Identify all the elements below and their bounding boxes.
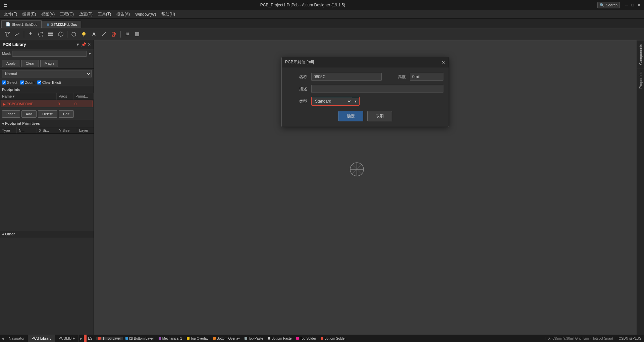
dialog-cancel-btn[interactable]: 取消 xyxy=(367,111,392,121)
clear-existing-checkbox[interactable] xyxy=(37,80,41,84)
nav-next-btn[interactable]: ▶ xyxy=(78,335,84,342)
line-icon xyxy=(101,32,107,37)
primitives-content xyxy=(0,134,94,231)
mask-input[interactable] xyxy=(12,51,87,57)
panel-close-btn[interactable]: ✕ xyxy=(88,42,91,47)
prim-col-xsize: X-Si... xyxy=(37,127,57,133)
layer-bottom-overlay[interactable]: Bottom Overlay xyxy=(211,337,242,340)
circle-toolbar-btn[interactable] xyxy=(69,30,78,39)
bar-toolbar-btn[interactable] xyxy=(46,30,55,39)
edit-component-button[interactable]: Edit xyxy=(59,110,74,118)
apply-button[interactable]: Apply xyxy=(2,60,20,67)
layer-top-overlay[interactable]: Top Overlay xyxy=(185,337,210,340)
col-pads-header: Pads xyxy=(57,93,73,100)
menu-file[interactable]: 文件(F) xyxy=(1,11,20,18)
clear-existing-checkbox-label[interactable]: Clear Existi xyxy=(37,80,61,84)
dialog-height-input[interactable] xyxy=(410,73,443,81)
maximize-btn[interactable]: □ xyxy=(630,2,635,8)
dialog-desc-row: 描述 xyxy=(287,85,443,93)
normal-dropdown[interactable]: Normal xyxy=(2,70,92,77)
menu-view[interactable]: 视图(V) xyxy=(39,11,57,18)
layer-toppaste-label: Top Paste xyxy=(248,337,263,340)
menu-place[interactable]: 放置(P) xyxy=(76,11,95,18)
dialog-btn-row: 确定 取消 xyxy=(287,111,443,121)
menu-window[interactable]: Window(W) xyxy=(132,11,159,17)
add-component-button[interactable]: Add xyxy=(21,110,37,118)
nav-prev-btn[interactable]: ◀ xyxy=(0,335,5,342)
pin-toolbar-btn[interactable] xyxy=(79,30,89,39)
dialog-desc-label: 描述 xyxy=(287,86,307,92)
panel-float-btn[interactable]: ▼ xyxy=(76,42,80,47)
num-toolbar-btn[interactable]: 10 xyxy=(122,30,132,39)
layer-top[interactable]: [1] Top Layer xyxy=(96,337,123,340)
layer-bottom[interactable]: [2] Bottom Layer xyxy=(123,337,156,340)
zoom-checkbox[interactable] xyxy=(20,80,24,84)
zoom-label: Zoom xyxy=(25,80,35,84)
menu-edit[interactable]: 编辑(E) xyxy=(20,11,39,18)
menu-help[interactable]: 帮助(H) xyxy=(159,11,178,18)
zoom-checkbox-label[interactable]: Zoom xyxy=(20,80,35,84)
3d-toolbar-btn[interactable] xyxy=(56,30,65,39)
add-toolbar-btn[interactable]: + xyxy=(26,30,35,39)
dialog-type-select-wrapper: Standard Mechanical Graphical ▼ xyxy=(311,97,360,106)
minimize-btn[interactable]: ─ xyxy=(624,2,629,8)
layer-top-solder[interactable]: Top Solder xyxy=(294,337,318,340)
nav-tab-navigator[interactable]: Navigator xyxy=(5,335,28,342)
search-box[interactable]: 🔍 Search xyxy=(597,2,620,8)
menu-report[interactable]: 报告(A) xyxy=(114,11,132,18)
nav-tab-pcblibrary[interactable]: PCB Library xyxy=(28,335,55,342)
pcb-tab-icon: 🖥 xyxy=(46,22,50,26)
layer-mechanical[interactable]: Mechanical 1 xyxy=(157,337,184,340)
layer-bottom-solder[interactable]: Bottom Solder xyxy=(319,337,347,340)
route-toolbar-btn[interactable] xyxy=(13,30,22,39)
rect-icon xyxy=(38,32,43,37)
footprints-section-header: Footprints xyxy=(0,86,94,93)
place-button[interactable]: Place xyxy=(2,110,20,118)
nav-tab-pcblib-f[interactable]: PCBLIB F xyxy=(55,335,78,342)
main-area: PCB Library ▼ 📌 ✕ Mask ▼ Apply Clear Mag… xyxy=(0,40,644,335)
sq-toolbar-btn[interactable] xyxy=(132,30,142,39)
table-row[interactable]: ▶ PCBCOMPONE... 0 0 xyxy=(1,101,93,107)
nav-tabs: ◀ Navigator PCB Library PCBLIB F ▶ xyxy=(0,335,84,342)
panel-pin-btn[interactable]: 📌 xyxy=(81,42,86,47)
footprints-table-header: Name ▾ Pads Primit... xyxy=(0,93,94,100)
dialog-desc-input[interactable] xyxy=(311,85,443,93)
filter-toolbar-btn[interactable] xyxy=(3,30,12,39)
left-panel: PCB Library ▼ 📌 ✕ Mask ▼ Apply Clear Mag… xyxy=(0,40,94,335)
layer-bottom-paste[interactable]: Bottom Paste xyxy=(266,337,293,340)
dialog-confirm-btn[interactable]: 确定 xyxy=(338,111,363,121)
menu-tools[interactable]: 工具(T) xyxy=(95,11,114,18)
dialog-titlebar: PCB库封装 [mil] ✕ xyxy=(282,57,449,67)
circle-icon xyxy=(71,32,76,37)
checkbox-row: Select Zoom Clear Existi xyxy=(0,79,94,86)
magn-button[interactable]: Magn xyxy=(40,60,58,67)
menu-project[interactable]: 工程(C) xyxy=(57,11,76,18)
dialog-close-btn[interactable]: ✕ xyxy=(441,60,445,65)
titlebar: 🖥 PCB_Project1.PrjPcb - Altium Designer … xyxy=(0,0,644,10)
toolbar-sep-1 xyxy=(24,31,24,38)
select-checkbox[interactable] xyxy=(2,80,6,84)
layer-top-paste[interactable]: Top Paste xyxy=(243,337,265,340)
canvas-area[interactable]: PCB库封装 [mil] ✕ 名称 高度 描述 类型 xyxy=(94,40,637,335)
row-icon: ▶ xyxy=(3,102,6,106)
rect-toolbar-btn[interactable] xyxy=(36,30,45,39)
properties-side-tab[interactable]: Properties xyxy=(637,68,644,92)
tab-schematic[interactable]: 📄 Sheet1.SchDoc xyxy=(1,20,42,28)
edit-toolbar-btn[interactable] xyxy=(109,30,119,39)
tab-pcb[interactable]: 🖥 STM32.PcbDoc xyxy=(42,21,81,28)
dialog-name-input[interactable] xyxy=(311,73,382,81)
close-btn[interactable]: ✕ xyxy=(636,2,641,8)
delete-button[interactable]: Delete xyxy=(38,110,57,118)
route-icon xyxy=(15,32,20,37)
svg-rect-4 xyxy=(48,35,53,36)
line-toolbar-btn[interactable] xyxy=(99,30,109,39)
clear-button[interactable]: Clear xyxy=(21,60,39,67)
panel-title: PCB Library xyxy=(3,42,26,47)
dialog-type-select[interactable]: Standard Mechanical Graphical xyxy=(312,97,352,105)
cell-name-text: PCBCOMPONE... xyxy=(7,102,37,106)
mask-dropdown-arrow[interactable]: ▼ xyxy=(88,52,92,56)
svg-rect-2 xyxy=(39,32,43,36)
components-side-tab[interactable]: Components xyxy=(637,40,644,68)
select-checkbox-label[interactable]: Select xyxy=(2,80,17,84)
text-toolbar-btn[interactable]: A xyxy=(89,30,99,39)
